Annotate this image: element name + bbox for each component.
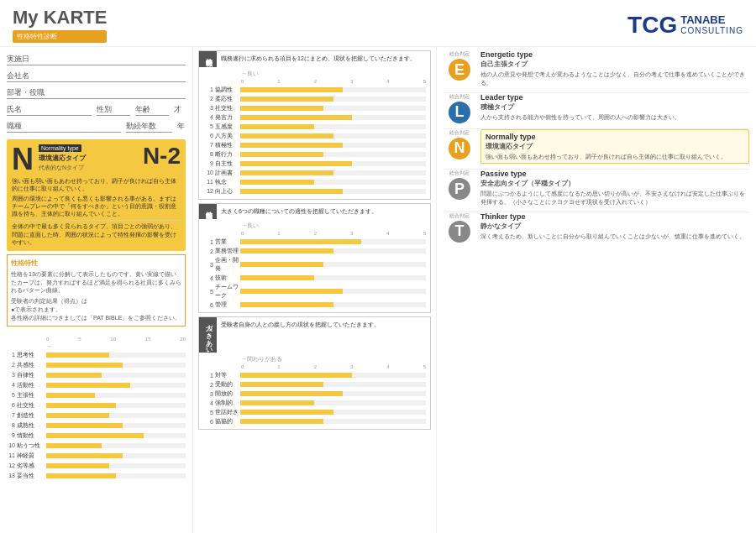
chart-bar [46, 363, 123, 368]
mid-chart-label: 世話好き [215, 408, 240, 416]
normally-tag: Normality type [39, 144, 81, 152]
n-code: N-2 [143, 144, 181, 175]
mid-chart-num: 6 [203, 302, 213, 308]
mid-chart-row: 4 発言力 [203, 113, 426, 122]
chart-bar-container [46, 413, 186, 418]
mid-bar [240, 161, 352, 166]
chart-label: 自律性 [17, 371, 46, 379]
n-type-box: N Normality type 環境適応タイプ 代表的なNタイプ N-2 強い… [7, 139, 186, 251]
mid-chart-num: 5 [203, 123, 213, 129]
mid-bar-container [240, 391, 426, 396]
shokugyou-scale: 012345 [241, 231, 426, 236]
shokumu-rows: 1 協調性 2 柔応性 3 社交性 4 発言力 5 五感度 [203, 86, 426, 196]
type-letter-box-P: 総合判定 P [444, 170, 475, 200]
mid-chart-row: 3 企画・開発 [203, 256, 426, 273]
mid-chart-num: 3 [203, 105, 213, 111]
mid-bar-container [240, 106, 426, 111]
type-circle-T: T [449, 221, 470, 243]
n-desc1: 強い面も弱い面もあわせ持っており、調子が良ければ自ら主体的に仕事に取り組んでいく… [12, 177, 181, 192]
tsukiai-desc: 受験者自身の人との接し方の現状を把握していただきます。 [217, 317, 430, 353]
mid-chart-row: 1 営業 [203, 238, 426, 246]
mid-bar-container [240, 419, 426, 424]
traits-title: 性格特性 [11, 259, 181, 268]
type-content-N: Normally type 環境適応タイプ 強い面も弱い面もあわせ持っており、調… [480, 129, 749, 165]
mid-chart-label: 自主性 [215, 159, 240, 168]
shokumu-chart: →良い 012345 1 協調性 2 柔応性 3 社交性 [199, 67, 430, 199]
mid-chart-num: 1 [203, 239, 213, 245]
chart-label: 活動性 [17, 381, 46, 389]
mid-chart-label: 開放的 [215, 389, 240, 398]
shimei-row: 氏名 性別 年齢 才 [7, 102, 186, 116]
mid-chart-num: 5 [203, 410, 213, 415]
kaisha-field: 会社名 [7, 69, 186, 82]
traits-text: 性格を13の要素に分解して表示したものです。黄い実線で描いたカーブは、努力すれば… [11, 270, 181, 295]
mid-chart-label: 協調性 [215, 86, 240, 94]
mid-chart-num: 1 [203, 86, 213, 92]
mid-bar [240, 391, 343, 396]
type-desc-L: 人から支持される能力や個性を持っていて、周囲の人への影響力は大きい。 [480, 113, 749, 122]
shokugyou-section: 職業特性 大きく6つの職種についての適性を把握していただきます。 →良い 012… [198, 203, 431, 314]
chart-bar [46, 473, 116, 478]
mid-chart-label: 営業 [215, 238, 240, 246]
type-item-T: 総合判定 T Thinker type 静かなタイプ 深く考えるため、新しいこと… [444, 212, 749, 243]
mid-chart-num: 2 [203, 382, 213, 388]
chart-bar-container [46, 443, 186, 448]
mid-bar [240, 115, 352, 120]
chart-bar-container [46, 473, 186, 478]
type-circle-L: L [449, 102, 470, 123]
shokugyou-title: 職業特性 [199, 204, 217, 220]
type-circle-P: P [449, 178, 470, 200]
mid-chart-row: 2 業務管理 [203, 247, 426, 255]
tsukiai-title: 人づきあい特性 [199, 317, 217, 353]
mid-bar [240, 189, 343, 194]
mid-chart-label: 協協的 [215, 417, 240, 426]
mid-bar-container [240, 275, 426, 280]
mid-chart-label: 発言力 [215, 113, 240, 122]
left-chart-row: 2 共感性 [7, 361, 186, 369]
type-letter-box-E: 総合判定 E [444, 50, 475, 81]
n-big-section: N [12, 144, 35, 175]
tanabe-text: TANABE CONSULTING [680, 13, 743, 37]
chart-bar-container [46, 363, 186, 368]
type-desc-P: 問題にぶつかるようにして感度になるため思い切りが高いが、不安さえなければ安定した… [480, 190, 749, 206]
mid-chart-num: 7 [203, 142, 213, 148]
mid-bar [240, 419, 323, 424]
logo-my-text: My KARTE [13, 7, 107, 28]
chart-num: 8 [7, 422, 15, 428]
chart-bar-container [46, 393, 186, 398]
mid-bar [240, 106, 323, 111]
mid-bar-container [240, 262, 426, 267]
sogo-label-E: 総合判定 [449, 50, 470, 58]
chart-bar [46, 403, 116, 408]
mid-bar [240, 124, 314, 129]
n-labels: Normality type 環境適応タイプ 代表的なNタイプ [39, 144, 139, 175]
mid-chart-row: 2 受動的 [203, 380, 426, 389]
left-chart-row: 13 妥当性 [7, 472, 186, 480]
mid-bar-container [240, 302, 426, 307]
chart-bar-container [46, 353, 186, 358]
mid-bar [240, 239, 361, 244]
type-name-jp-T: 静かなタイプ [480, 222, 749, 231]
mid-bar [240, 400, 314, 405]
nenrei-field: 年齢 [135, 102, 169, 116]
mid-chart-row: 6 管理 [203, 300, 426, 309]
mid-chart-label: 対等 [215, 371, 240, 379]
sogo-label-N: 総合判定 [449, 129, 470, 137]
mid-bar [240, 87, 343, 92]
left-chart-row: 1 思考性 [7, 351, 186, 359]
mid-bar-container [240, 152, 426, 157]
mid-chart-num: 2 [203, 96, 213, 102]
chart-num: 5 [7, 392, 15, 398]
mid-bar [240, 262, 323, 267]
sogo-label-P: 総合判定 [449, 170, 470, 177]
mid-chart-label: 柔応性 [215, 95, 240, 103]
type-item-P: 総合判定 P Passive type 安全志向タイプ（平穏タイプ） 問題にぶつ… [444, 170, 749, 206]
mid-bar-container [240, 289, 426, 294]
shokugyou-arrow: →良い [241, 222, 426, 230]
mid-bar-container [240, 189, 426, 194]
mid-chart-label: 五感度 [215, 123, 240, 131]
mid-chart-label: 技術 [215, 274, 240, 282]
mid-chart-row: 1 協調性 [203, 86, 426, 94]
mid-bar-container [240, 97, 426, 102]
chart-num: 4 [7, 382, 15, 388]
